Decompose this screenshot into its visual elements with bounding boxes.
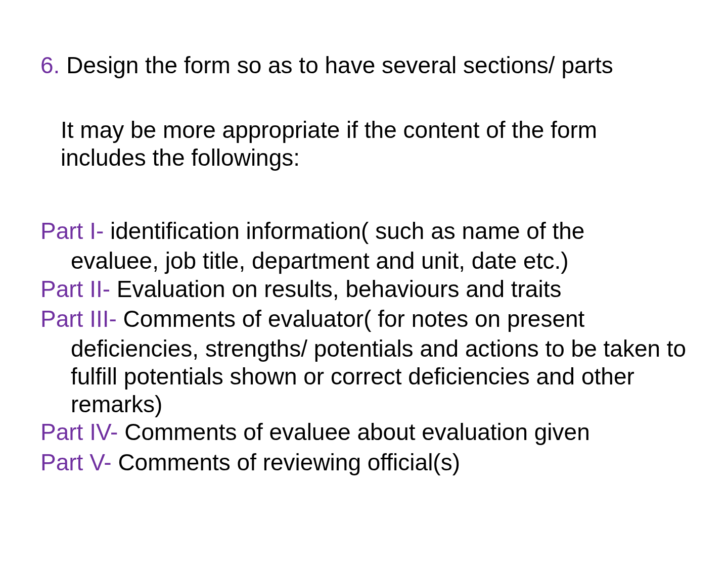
part-item-3: Part III- Comments of evaluator( for not… bbox=[40, 305, 688, 333]
part-label: Part III- bbox=[40, 306, 123, 332]
part-description: Comments of reviewing official(s) bbox=[118, 449, 460, 475]
part-item-2: Part II- Evaluation on results, behaviou… bbox=[40, 275, 688, 303]
part-label: Part IV- bbox=[40, 419, 124, 445]
part-continuation: evaluee, job title, department and unit,… bbox=[71, 247, 688, 275]
intro-paragraph: It may be more appropriate if the conten… bbox=[61, 116, 688, 172]
slide-title: 6. Design the form so as to have several… bbox=[40, 51, 688, 81]
part-description: identification information( such as name… bbox=[110, 218, 584, 244]
parts-list: Part I- identification information( such… bbox=[40, 217, 688, 476]
part-description: Comments of evaluee about evaluation giv… bbox=[124, 419, 590, 445]
part-label: Part II- bbox=[40, 276, 117, 302]
part-continuation: deficiencies, strengths/ potentials and … bbox=[71, 335, 688, 419]
part-item-1: Part I- identification information( such… bbox=[40, 217, 688, 245]
title-number: 6. bbox=[40, 52, 60, 78]
part-description: Evaluation on results, behaviours and tr… bbox=[117, 276, 562, 302]
part-item-4: Part IV- Comments of evaluee about evalu… bbox=[40, 418, 688, 446]
part-label: Part V- bbox=[40, 449, 118, 475]
part-description: Comments of evaluator( for notes on pres… bbox=[123, 306, 585, 332]
part-label: Part I- bbox=[40, 218, 110, 244]
part-item-5: Part V- Comments of reviewing official(s… bbox=[40, 449, 688, 476]
title-text: Design the form so as to have several se… bbox=[60, 52, 613, 78]
